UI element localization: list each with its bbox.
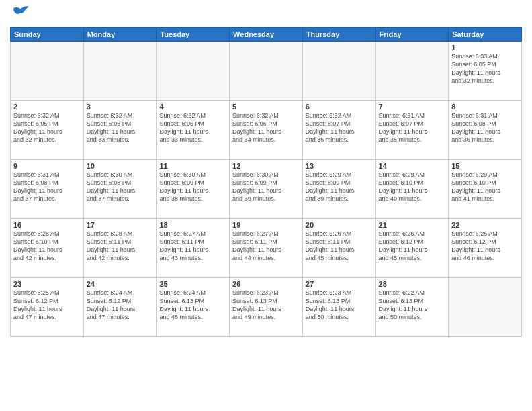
week-row-2: 2Sunrise: 6:32 AM Sunset: 6:05 PM Daylig… xyxy=(11,101,522,160)
day-cell xyxy=(83,42,157,101)
day-number: 8 xyxy=(451,103,519,111)
week-row-5: 23Sunrise: 6:25 AM Sunset: 6:12 PM Dayli… xyxy=(11,278,522,337)
day-info: Sunrise: 6:28 AM Sunset: 6:10 PM Dayligh… xyxy=(13,230,81,263)
day-header-wednesday: Wednesday xyxy=(230,28,303,42)
day-info: Sunrise: 6:30 AM Sunset: 6:08 PM Dayligh… xyxy=(87,171,154,203)
day-cell xyxy=(230,42,303,101)
day-number: 9 xyxy=(13,162,81,170)
day-header-sunday: Sunday xyxy=(11,28,84,42)
day-number: 21 xyxy=(379,221,446,229)
day-cell: 16Sunrise: 6:28 AM Sunset: 6:10 PM Dayli… xyxy=(11,219,84,278)
day-cell: 20Sunrise: 6:26 AM Sunset: 6:11 PM Dayli… xyxy=(302,219,375,278)
day-cell: 2Sunrise: 6:32 AM Sunset: 6:05 PM Daylig… xyxy=(11,101,84,160)
day-number: 23 xyxy=(13,280,81,288)
day-header-monday: Monday xyxy=(83,28,157,42)
day-info: Sunrise: 6:32 AM Sunset: 6:06 PM Dayligh… xyxy=(232,111,300,144)
day-number: 18 xyxy=(159,221,226,229)
logo-bird-icon xyxy=(11,4,30,23)
day-number: 17 xyxy=(87,221,154,229)
day-number: 15 xyxy=(451,162,519,170)
day-cell: 14Sunrise: 6:29 AM Sunset: 6:10 PM Dayli… xyxy=(375,160,449,219)
day-info: Sunrise: 6:32 AM Sunset: 6:05 PM Dayligh… xyxy=(13,111,81,144)
day-info: Sunrise: 6:31 AM Sunset: 6:08 PM Dayligh… xyxy=(13,171,81,203)
calendar: SundayMondayTuesdayWednesdayThursdayFrid… xyxy=(10,27,522,337)
day-number: 28 xyxy=(379,280,446,288)
day-number: 13 xyxy=(306,162,373,170)
day-number: 2 xyxy=(13,103,81,111)
day-cell: 18Sunrise: 6:27 AM Sunset: 6:11 PM Dayli… xyxy=(157,219,230,278)
day-cell: 6Sunrise: 6:32 AM Sunset: 6:07 PM Daylig… xyxy=(302,101,375,160)
day-cell: 27Sunrise: 6:23 AM Sunset: 6:13 PM Dayli… xyxy=(302,278,375,337)
day-cell: 7Sunrise: 6:31 AM Sunset: 6:07 PM Daylig… xyxy=(375,101,449,160)
day-cell: 12Sunrise: 6:30 AM Sunset: 6:09 PM Dayli… xyxy=(230,160,303,219)
day-info: Sunrise: 6:33 AM Sunset: 6:05 PM Dayligh… xyxy=(451,52,519,85)
day-cell: 21Sunrise: 6:26 AM Sunset: 6:12 PM Dayli… xyxy=(375,219,449,278)
day-info: Sunrise: 6:31 AM Sunset: 6:08 PM Dayligh… xyxy=(451,111,519,144)
day-info: Sunrise: 6:23 AM Sunset: 6:13 PM Dayligh… xyxy=(232,289,300,322)
day-header-saturday: Saturday xyxy=(449,28,522,42)
page: SundayMondayTuesdayWednesdayThursdayFrid… xyxy=(0,0,532,411)
day-cell: 26Sunrise: 6:23 AM Sunset: 6:13 PM Dayli… xyxy=(230,278,303,337)
day-info: Sunrise: 6:26 AM Sunset: 6:12 PM Dayligh… xyxy=(379,230,446,263)
day-number: 5 xyxy=(232,103,300,111)
day-header-friday: Friday xyxy=(375,28,449,42)
day-number: 12 xyxy=(232,162,300,170)
day-number: 24 xyxy=(87,280,154,288)
day-info: Sunrise: 6:23 AM Sunset: 6:13 PM Dayligh… xyxy=(306,289,373,322)
week-row-1: 1Sunrise: 6:33 AM Sunset: 6:05 PM Daylig… xyxy=(11,42,522,101)
day-cell: 17Sunrise: 6:28 AM Sunset: 6:11 PM Dayli… xyxy=(83,219,157,278)
day-info: Sunrise: 6:26 AM Sunset: 6:11 PM Dayligh… xyxy=(306,230,373,263)
day-number: 26 xyxy=(232,280,300,288)
logo xyxy=(10,7,30,23)
day-cell: 23Sunrise: 6:25 AM Sunset: 6:12 PM Dayli… xyxy=(11,278,84,337)
day-number: 25 xyxy=(159,280,226,288)
day-info: Sunrise: 6:30 AM Sunset: 6:09 PM Dayligh… xyxy=(232,171,300,203)
day-cell: 10Sunrise: 6:30 AM Sunset: 6:08 PM Dayli… xyxy=(83,160,157,219)
day-info: Sunrise: 6:22 AM Sunset: 6:13 PM Dayligh… xyxy=(379,289,446,322)
day-header-tuesday: Tuesday xyxy=(157,28,230,42)
day-info: Sunrise: 6:29 AM Sunset: 6:10 PM Dayligh… xyxy=(379,171,446,203)
day-info: Sunrise: 6:32 AM Sunset: 6:07 PM Dayligh… xyxy=(306,111,373,144)
week-row-3: 9Sunrise: 6:31 AM Sunset: 6:08 PM Daylig… xyxy=(11,160,522,219)
day-info: Sunrise: 6:30 AM Sunset: 6:09 PM Dayligh… xyxy=(159,171,226,203)
day-cell: 13Sunrise: 6:29 AM Sunset: 6:09 PM Dayli… xyxy=(302,160,375,219)
day-cell xyxy=(375,42,449,101)
day-number: 11 xyxy=(159,162,226,170)
day-info: Sunrise: 6:24 AM Sunset: 6:13 PM Dayligh… xyxy=(159,289,226,322)
day-cell: 15Sunrise: 6:29 AM Sunset: 6:10 PM Dayli… xyxy=(449,160,522,219)
day-info: Sunrise: 6:31 AM Sunset: 6:07 PM Dayligh… xyxy=(379,111,446,144)
week-row-4: 16Sunrise: 6:28 AM Sunset: 6:10 PM Dayli… xyxy=(11,219,522,278)
day-cell: 1Sunrise: 6:33 AM Sunset: 6:05 PM Daylig… xyxy=(449,42,522,101)
day-info: Sunrise: 6:27 AM Sunset: 6:11 PM Dayligh… xyxy=(232,230,300,263)
day-info: Sunrise: 6:24 AM Sunset: 6:12 PM Dayligh… xyxy=(87,289,154,322)
day-number: 3 xyxy=(87,103,154,111)
day-cell xyxy=(449,278,522,337)
day-cell: 25Sunrise: 6:24 AM Sunset: 6:13 PM Dayli… xyxy=(157,278,230,337)
day-number: 20 xyxy=(306,221,373,229)
day-header-thursday: Thursday xyxy=(302,28,375,42)
day-number: 7 xyxy=(379,103,446,111)
day-info: Sunrise: 6:27 AM Sunset: 6:11 PM Dayligh… xyxy=(159,230,226,263)
day-number: 16 xyxy=(13,221,81,229)
day-number: 19 xyxy=(232,221,300,229)
day-cell: 22Sunrise: 6:25 AM Sunset: 6:12 PM Dayli… xyxy=(449,219,522,278)
day-cell xyxy=(302,42,375,101)
day-info: Sunrise: 6:25 AM Sunset: 6:12 PM Dayligh… xyxy=(451,230,519,263)
day-cell: 5Sunrise: 6:32 AM Sunset: 6:06 PM Daylig… xyxy=(230,101,303,160)
day-number: 22 xyxy=(451,221,519,229)
day-cell: 9Sunrise: 6:31 AM Sunset: 6:08 PM Daylig… xyxy=(11,160,84,219)
day-cell: 28Sunrise: 6:22 AM Sunset: 6:13 PM Dayli… xyxy=(375,278,449,337)
day-cell: 11Sunrise: 6:30 AM Sunset: 6:09 PM Dayli… xyxy=(157,160,230,219)
day-number: 6 xyxy=(306,103,373,111)
day-number: 27 xyxy=(306,280,373,288)
day-cell: 8Sunrise: 6:31 AM Sunset: 6:08 PM Daylig… xyxy=(449,101,522,160)
day-number: 1 xyxy=(451,44,519,52)
day-cell: 3Sunrise: 6:32 AM Sunset: 6:06 PM Daylig… xyxy=(83,101,157,160)
day-info: Sunrise: 6:32 AM Sunset: 6:06 PM Dayligh… xyxy=(87,111,154,144)
day-cell: 19Sunrise: 6:27 AM Sunset: 6:11 PM Dayli… xyxy=(230,219,303,278)
day-info: Sunrise: 6:29 AM Sunset: 6:10 PM Dayligh… xyxy=(451,171,519,203)
day-cell: 4Sunrise: 6:32 AM Sunset: 6:06 PM Daylig… xyxy=(157,101,230,160)
day-cell xyxy=(157,42,230,101)
day-cell: 24Sunrise: 6:24 AM Sunset: 6:12 PM Dayli… xyxy=(83,278,157,337)
day-cell xyxy=(11,42,84,101)
